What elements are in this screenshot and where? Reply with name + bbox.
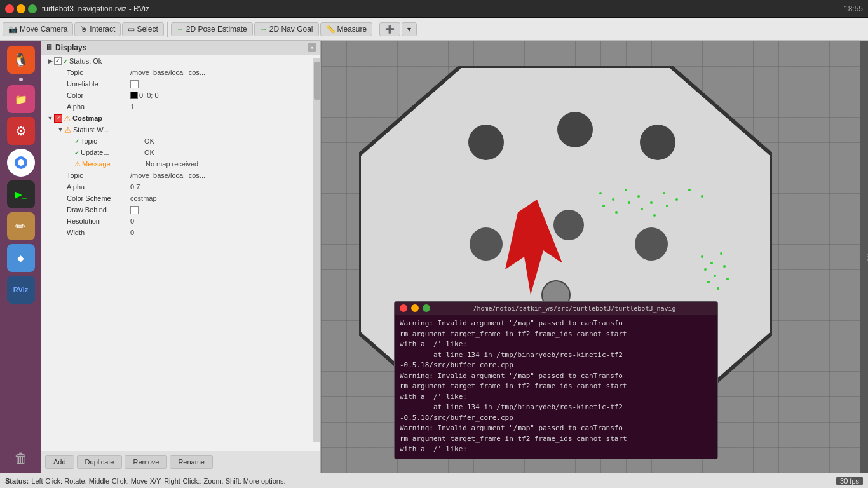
panel-close-btn[interactable]: × — [308, 43, 316, 52]
status-label: Status: — [5, 477, 29, 485]
sidebar-icon-ubuntu[interactable]: 🐧 — [7, 46, 35, 74]
tree-row-resolution[interactable]: Resolution 0 — [41, 215, 320, 227]
prop-val-topic-1: /move_base/local_cos... — [130, 69, 205, 76]
tree-row-width[interactable]: Width 0 — [41, 227, 320, 238]
add-icon-button[interactable]: ➕ — [379, 22, 400, 36]
window-min-btn[interactable] — [17, 4, 25, 13]
sidebar-icon-chrome[interactable] — [7, 149, 35, 177]
svg-point-70 — [720, 252, 722, 255]
system-time: 18:55 — [844, 4, 863, 13]
tree-key-costmap: Costmap — [72, 114, 123, 122]
title-bar-buttons — [5, 4, 37, 13]
tree-row-color[interactable]: Color 0; 0; 0 — [41, 90, 320, 101]
status-ok-icon: ✓ — [63, 58, 68, 65]
taskbar: 🐧 📁 ⚙ ▶_ ✏ ◆ RViz 🗑 — [0, 41, 41, 473]
tree-row-costmap[interactable]: ▼ ✓ ⚠ Costmap — [41, 112, 320, 124]
sidebar-icon-settings[interactable]: ⚙ — [7, 117, 35, 145]
sidebar-icon-editor[interactable]: ✏ — [7, 212, 35, 240]
scroll-thumb[interactable] — [314, 62, 320, 100]
nav-goal-button[interactable]: → 2D Nav Goal — [254, 22, 319, 36]
status-warn-icon-msg: ⚠ — [74, 160, 81, 168]
prop-key-alpha-1: Alpha — [67, 103, 130, 111]
svg-point-17 — [637, 195, 640, 198]
terminal-body[interactable]: Warning: Invalid argument "/map" passed … — [395, 315, 717, 459]
move-camera-button[interactable]: 📷 Move Camera — [3, 22, 73, 36]
window-max-btn[interactable] — [28, 4, 37, 13]
toolbar: 📷 Move Camera 🖱 Interact ▭ Select → 2D P… — [0, 18, 868, 41]
tree-row-status-w[interactable]: ▼ ⚠ Status: W... — [41, 124, 320, 135]
scroll-bar[interactable] — [313, 58, 320, 442]
tree-check-ok[interactable]: ✓ — [54, 57, 62, 65]
svg-point-76 — [726, 278, 729, 280]
tree-row-topic-1[interactable]: Topic /move_base/local_cos... — [41, 67, 320, 78]
rename-button[interactable]: Rename — [170, 455, 213, 469]
terminal-title-bar: /home/motoi/catkin_ws/src/turtlebot3/tur… — [395, 302, 717, 315]
interact-button[interactable]: 🖱 Interact — [74, 22, 121, 36]
rviz-viewport[interactable]: /home/motoi/catkin_ws/src/turtlebot3/tur… — [321, 41, 868, 473]
displays-panel: 🖥 Displays × ▶ ✓ ✓ Status: Ok Topic — [41, 41, 321, 473]
tree-row-topic-ok[interactable]: ✓ Topic OK — [41, 135, 320, 147]
svg-point-75 — [717, 287, 719, 290]
sidebar-icon-files[interactable]: 📁 — [7, 85, 35, 113]
svg-point-25 — [628, 201, 630, 204]
prop-key-width: Width — [67, 229, 130, 236]
terminal-line: -0.5.18/src/buffer_core.cpp — [400, 413, 712, 424]
window-close-btn[interactable] — [5, 4, 14, 13]
tree-key-status-w: Status: W... — [73, 126, 124, 133]
checkbox-unreliable[interactable] — [130, 80, 139, 88]
tree-row-message[interactable]: ⚠ Message No map received — [41, 158, 320, 170]
add-button[interactable]: Add — [45, 455, 74, 469]
svg-point-68 — [701, 255, 703, 258]
prop-key-alpha-2: Alpha — [67, 183, 130, 191]
prop-key-update: Update... — [81, 149, 144, 156]
tree-row-update-ok[interactable]: ✓ Update... OK — [41, 147, 320, 158]
svg-point-28 — [666, 205, 668, 207]
prop-key-draw-behind: Draw Behind — [67, 206, 130, 214]
sidebar-icon-terminal[interactable]: ▶_ — [7, 180, 35, 208]
terminal-close-btn[interactable] — [400, 304, 407, 312]
tree-row-alpha-2[interactable]: Alpha 0.7 — [41, 181, 320, 193]
dropdown-button[interactable]: ▾ — [402, 22, 417, 36]
checkbox-draw-behind[interactable] — [130, 206, 139, 214]
right-resize-handle[interactable]: ⋮ — [860, 41, 868, 473]
svg-point-69 — [710, 262, 713, 264]
tree-arrow: ▶ — [46, 58, 54, 64]
sidebar-icon-trash[interactable]: 🗑 — [7, 445, 35, 473]
status-warn-icon-w: ⚠ — [64, 125, 72, 135]
color-swatch — [130, 92, 138, 99]
sidebar-icon-stack[interactable]: ◆ — [7, 244, 35, 272]
svg-point-73 — [723, 265, 726, 268]
svg-point-4 — [557, 112, 593, 147]
terminal-max-btn[interactable] — [423, 304, 430, 312]
prop-val-message: No map received — [146, 160, 198, 168]
tree-row-color-scheme[interactable]: Color Scheme costmap — [41, 193, 320, 204]
select-button[interactable]: ▭ Select — [122, 22, 163, 36]
pose-estimate-button[interactable]: → 2D Pose Estimate — [171, 22, 253, 36]
status-ok-icon-update: ✓ — [74, 149, 79, 156]
terminal-line: with a '/' like: — [400, 339, 712, 350]
tree-row-topic-costmap[interactable]: Topic /move_base/local_cos... — [41, 170, 320, 181]
duplicate-button[interactable]: Duplicate — [77, 455, 123, 469]
navgoal-icon: → — [260, 25, 268, 34]
tree-row-alpha-1[interactable]: Alpha 1 — [41, 101, 320, 112]
tree-row-draw-behind[interactable]: Draw Behind — [41, 204, 320, 215]
tree-row-unreliable[interactable]: Unreliable — [41, 78, 320, 90]
prop-val-topic-ok: OK — [144, 137, 154, 145]
sidebar-icon-rviz[interactable]: RViz — [7, 276, 35, 304]
tree-check-costmap[interactable]: ✓ — [54, 114, 62, 123]
prop-val-topic-costmap: /move_base/local_cos... — [130, 172, 205, 179]
measure-button[interactable]: 📏 Measure — [320, 22, 373, 36]
toolbar-sep-1 — [167, 22, 168, 37]
svg-point-7 — [553, 210, 584, 240]
terminal-min-btn[interactable] — [411, 304, 419, 312]
svg-point-74 — [707, 281, 710, 283]
resize-grip-icon: ⋮ — [856, 252, 864, 261]
measure-icon: 📏 — [326, 25, 336, 34]
remove-button[interactable]: Remove — [125, 455, 167, 469]
svg-point-5 — [640, 125, 675, 160]
displays-tree[interactable]: ▶ ✓ ✓ Status: Ok Topic /move_base/local_… — [41, 55, 320, 451]
tree-row-status-ok[interactable]: ▶ ✓ ✓ Status: Ok — [41, 55, 320, 67]
prop-key-color-scheme: Color Scheme — [67, 194, 130, 202]
svg-point-18 — [650, 201, 653, 204]
tree-key: Status: Ok — [69, 57, 120, 65]
